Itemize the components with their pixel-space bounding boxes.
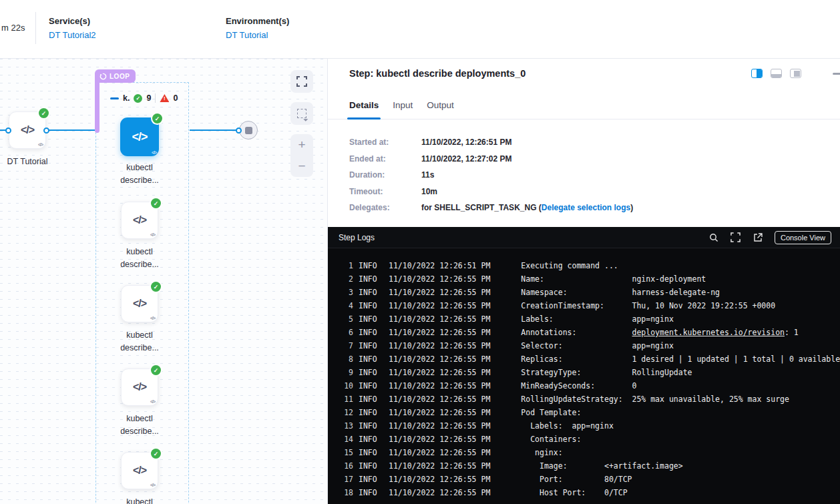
edge-line	[190, 130, 240, 131]
code-icon-small: </>	[150, 232, 155, 237]
field-row: Ended at:11/10/2022, 12:27:02 PM	[349, 154, 633, 171]
marquee-select-icon	[297, 109, 306, 118]
log-line-number: 17	[335, 473, 353, 486]
log-line: 3INFO11/10/2022 12:26:55 PMNamespace: ha…	[328, 286, 840, 299]
service-link[interactable]: DT Tutorial2	[49, 30, 96, 40]
step-node-kubectl-describe[interactable]: ✓</></>	[121, 452, 158, 489]
tab-input[interactable]: Input	[393, 100, 413, 119]
log-message: nginx:	[521, 446, 562, 459]
service-label: Service(s)	[49, 16, 96, 26]
log-line: 2INFO11/10/2022 12:26:55 PMName: nginx-d…	[328, 272, 840, 286]
log-timestamp: 11/10/2022 12:26:51 PM	[389, 259, 490, 272]
loop-badge[interactable]: LOOP	[95, 69, 136, 83]
layout-split-inner-icon[interactable]	[790, 69, 801, 78]
log-level: INFO	[359, 299, 383, 312]
layout-split-bottom-icon[interactable]	[771, 69, 782, 78]
code-icon: </>	[133, 298, 146, 310]
field-value: 11s	[421, 170, 434, 180]
step-node-kubectl-describe[interactable]: ✓</></>	[121, 368, 158, 406]
log-message: RollingUpdateStrategy: 25% max unavailab…	[521, 393, 789, 406]
log-message: CreationTimestamp: Thu, 10 Nov 2022 19:2…	[521, 299, 775, 312]
environment-link[interactable]: DT Tutorial	[226, 30, 289, 40]
pipeline-end-node[interactable]	[239, 121, 258, 140]
step-logs-header: Step Logs Console View	[328, 227, 840, 248]
success-check-icon: ✓	[151, 449, 161, 459]
log-link[interactable]: deployment.kubernetes.io/revision	[632, 328, 785, 337]
log-message: Port: 80/TCP	[521, 473, 632, 486]
log-level: INFO	[359, 339, 383, 352]
field-value: 10m	[421, 187, 437, 196]
log-timestamp: 11/10/2022 12:26:55 PM	[389, 433, 490, 446]
step-logs-title: Step Logs	[339, 233, 375, 242]
log-timestamp: 11/10/2022 12:26:55 PM	[389, 473, 490, 486]
log-line: 18INFO11/10/2022 12:26:55 PM Host Port: …	[328, 486, 840, 499]
log-level: INFO	[359, 419, 383, 433]
log-line-number: 4	[335, 299, 353, 312]
log-level: INFO	[359, 486, 383, 499]
canvas-fullscreen-button[interactable]	[290, 70, 313, 93]
log-line: 10INFO11/10/2022 12:26:55 PMMinReadySeco…	[328, 379, 840, 393]
code-icon-small: </>	[38, 142, 43, 147]
step-logs-panel: Step Logs Console View 1INFO11/10/2022 1…	[328, 227, 840, 504]
zoom-out-button[interactable]: −	[290, 156, 313, 177]
field-row: Duration:11s	[349, 170, 633, 187]
log-line: 8INFO11/10/2022 12:26:55 PMReplicas: 1 d…	[328, 352, 840, 366]
step-node-label: kubectl describe...	[98, 246, 181, 271]
delegate-selection-logs-link[interactable]: Delegate selection logs	[542, 203, 630, 212]
log-line: 16INFO11/10/2022 12:26:55 PM Image: <+ar…	[328, 459, 840, 473]
connector-dot	[236, 128, 242, 134]
log-level: INFO	[359, 446, 383, 459]
edge-line	[46, 130, 95, 131]
field-row: Started at:11/10/2022, 12:26:51 PM	[349, 138, 633, 154]
field-label: Timeout:	[349, 187, 421, 196]
collapse-minus-icon[interactable]	[110, 97, 119, 99]
log-message: Containers:	[521, 433, 581, 446]
log-line-number: 9	[335, 366, 353, 379]
tab-output[interactable]: Output	[427, 100, 454, 119]
log-message: Host Port: 0/TCP	[521, 486, 627, 499]
log-level: INFO	[359, 379, 383, 393]
code-icon-small: </>	[152, 150, 156, 155]
code-icon: </>	[21, 124, 34, 136]
success-check-icon: ✓	[151, 282, 161, 292]
expand-icon	[296, 76, 307, 87]
log-timestamp: 11/10/2022 12:26:55 PM	[389, 339, 490, 352]
pipeline-canvas[interactable]: ✓ </> </> DT Tutorial LOOP k. ✓ 9 ! 0 ✓<…	[0, 59, 327, 504]
divider	[155, 93, 156, 103]
environment-label: Environment(s)	[226, 16, 289, 26]
log-timestamp: 11/10/2022 12:26:55 PM	[389, 419, 490, 433]
log-line-number: 8	[335, 352, 353, 366]
console-view-button[interactable]: Console View	[775, 231, 831, 244]
field-value: for SHELL_SCRIPT_TASK_NG (Delegate selec…	[421, 203, 633, 212]
step-node-kubectl-describe[interactable]: ✓</></>	[121, 285, 158, 322]
collapse-minus-icon[interactable]	[833, 73, 840, 75]
connector-dot	[5, 128, 11, 134]
field-label: Started at:	[349, 138, 421, 147]
step-node-kubectl-describe[interactable]: ✓</></>	[121, 202, 158, 239]
log-message: Labels: app=nginx	[521, 419, 613, 433]
tab-details[interactable]: Details	[349, 100, 379, 119]
fullscreen-icon[interactable]	[730, 232, 741, 243]
search-icon[interactable]	[708, 232, 719, 243]
log-timestamp: 11/10/2022 12:26:55 PM	[389, 379, 490, 393]
error-count: 0	[173, 93, 178, 103]
log-message: Replicas: 1 desired | 1 updated | 1 tota…	[521, 352, 840, 366]
log-console[interactable]: 1INFO11/10/2022 12:26:51 PMExecuting com…	[328, 248, 840, 499]
zoom-in-button[interactable]: +	[290, 134, 313, 156]
log-line: 11INFO11/10/2022 12:26:55 PMRollingUpdat…	[328, 393, 840, 406]
external-link-icon[interactable]	[753, 232, 763, 243]
code-icon: </>	[132, 130, 147, 144]
success-check-icon: ✓	[134, 94, 142, 103]
log-line-number: 18	[335, 486, 353, 499]
stage-node-dt-tutorial[interactable]: ✓ </> </>	[9, 111, 46, 149]
log-line: 7INFO11/10/2022 12:26:55 PMSelector: app…	[328, 339, 840, 352]
log-level: INFO	[359, 326, 383, 339]
log-message: Namespace: harness-delegate-ng	[521, 286, 720, 299]
log-message: Name: nginx-deployment	[521, 272, 706, 286]
canvas-marquee-select-button[interactable]	[290, 102, 313, 125]
log-timestamp: 11/10/2022 12:26:55 PM	[389, 406, 490, 419]
layout-split-right-icon[interactable]	[751, 69, 763, 78]
field-row: Timeout:10m	[349, 187, 633, 204]
log-line-number: 6	[335, 326, 353, 339]
step-node-kubectl-describe[interactable]: ✓</></>	[120, 117, 159, 156]
